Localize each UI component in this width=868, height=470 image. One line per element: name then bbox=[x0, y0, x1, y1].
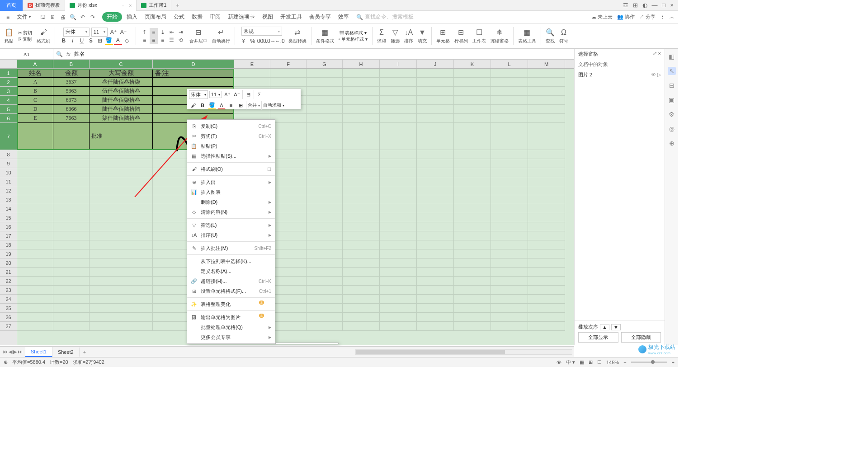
side-select-icon[interactable]: ↖ bbox=[668, 67, 676, 75]
cell[interactable] bbox=[491, 286, 528, 295]
underline-button[interactable]: U bbox=[78, 37, 86, 45]
cell[interactable] bbox=[17, 195, 53, 204]
type-convert-button[interactable]: ⇄类型转换 bbox=[287, 27, 308, 45]
side-icon-3[interactable]: ⊟ bbox=[668, 81, 676, 89]
cell[interactable] bbox=[528, 268, 565, 277]
cell[interactable] bbox=[417, 204, 454, 213]
cell[interactable] bbox=[53, 286, 90, 295]
tab-close-icon[interactable]: × bbox=[129, 3, 132, 8]
cell[interactable] bbox=[53, 159, 90, 168]
cell[interactable] bbox=[53, 213, 90, 222]
side-icon-5[interactable]: ⚙ bbox=[668, 110, 676, 118]
side-icon-6[interactable]: ◎ bbox=[668, 125, 676, 133]
cell[interactable] bbox=[528, 204, 565, 213]
cell-button[interactable]: ⊞单元格 bbox=[434, 27, 452, 45]
cell[interactable] bbox=[307, 123, 343, 150]
cell[interactable] bbox=[528, 159, 565, 168]
cell[interactable] bbox=[343, 313, 380, 322]
row-header[interactable]: 3 bbox=[0, 87, 17, 96]
cell[interactable]: 6373 bbox=[53, 96, 90, 105]
cell[interactable] bbox=[53, 313, 90, 322]
row-header[interactable]: 6 bbox=[0, 114, 17, 123]
tab-layout[interactable]: 页面布局 bbox=[142, 12, 169, 22]
cell[interactable] bbox=[417, 231, 454, 240]
cell[interactable] bbox=[491, 268, 528, 277]
cell[interactable] bbox=[528, 286, 565, 295]
tab-vip[interactable]: 会员专享 bbox=[307, 12, 334, 22]
font-size-select[interactable]: 11▾ bbox=[91, 28, 108, 37]
print-icon[interactable]: 🖨 bbox=[60, 14, 66, 20]
cell[interactable] bbox=[270, 123, 307, 150]
cell[interactable] bbox=[491, 295, 528, 304]
reading-layout-icon[interactable]: ☲ bbox=[623, 2, 628, 9]
cell[interactable] bbox=[270, 295, 307, 304]
row-header[interactable]: 8 bbox=[0, 150, 17, 159]
cell[interactable] bbox=[307, 258, 343, 268]
menu-icon[interactable]: ≡ bbox=[4, 13, 12, 21]
cell[interactable] bbox=[491, 322, 528, 331]
cell[interactable] bbox=[90, 295, 153, 304]
tab-view[interactable]: 视图 bbox=[259, 12, 276, 22]
cell[interactable] bbox=[380, 186, 417, 195]
find-button[interactable]: 🔍查找 bbox=[544, 27, 557, 45]
cell[interactable] bbox=[17, 295, 53, 304]
cell[interactable]: 柒仟陆佰陆拾叁 bbox=[90, 114, 153, 123]
mini-fontcolor-icon[interactable]: A bbox=[217, 101, 226, 109]
cell[interactable] bbox=[343, 322, 380, 331]
cell[interactable] bbox=[17, 304, 53, 313]
bring-forward-button[interactable]: ▲ bbox=[600, 324, 609, 330]
save-icon[interactable]: 🖫 bbox=[40, 14, 46, 20]
save-as-icon[interactable]: 🗎 bbox=[50, 14, 56, 20]
cell[interactable] bbox=[380, 78, 417, 87]
ctx-item[interactable]: 批量处理单元格(Q)▶ bbox=[187, 322, 275, 332]
cell[interactable]: 备注 bbox=[153, 69, 234, 78]
cell[interactable] bbox=[307, 78, 343, 87]
cell[interactable] bbox=[528, 213, 565, 222]
col-header[interactable]: J bbox=[417, 60, 454, 68]
cell[interactable]: 叁仟陆佰叁拾柒 bbox=[90, 78, 153, 87]
cell[interactable] bbox=[17, 268, 53, 277]
sheet-add-button[interactable]: + bbox=[80, 349, 90, 355]
indent-inc-icon[interactable]: ⇥ bbox=[177, 28, 185, 36]
ctx-item[interactable]: ⊞设置单元格格式(F)...Ctrl+1 bbox=[187, 286, 275, 296]
cell[interactable] bbox=[90, 268, 153, 277]
cell[interactable] bbox=[528, 87, 565, 96]
cell[interactable] bbox=[454, 96, 491, 105]
align-center-icon[interactable]: ≡ bbox=[150, 36, 158, 44]
ctx-item[interactable]: ◇清除内容(N)▶ bbox=[187, 207, 275, 217]
cell[interactable] bbox=[454, 222, 491, 231]
cell[interactable] bbox=[307, 159, 343, 168]
row-header[interactable]: 23 bbox=[0, 286, 17, 295]
row-header[interactable]: 17 bbox=[0, 231, 17, 240]
cell[interactable] bbox=[380, 123, 417, 150]
cell[interactable] bbox=[343, 258, 380, 268]
close-icon[interactable]: × bbox=[670, 2, 674, 9]
cell[interactable] bbox=[528, 105, 565, 114]
cell[interactable] bbox=[491, 69, 528, 78]
side-icon-7[interactable]: ⊕ bbox=[668, 139, 676, 147]
align-left-icon[interactable]: ≡ bbox=[141, 36, 149, 44]
cell[interactable] bbox=[417, 195, 454, 204]
col-header[interactable]: M bbox=[528, 60, 565, 68]
ctx-item[interactable]: ⎘复制(C)Ctrl+C bbox=[187, 121, 275, 131]
rowcol-button[interactable]: ⊟行和列 bbox=[453, 27, 470, 45]
cell[interactable] bbox=[53, 249, 90, 258]
cell[interactable] bbox=[17, 222, 53, 231]
cell[interactable] bbox=[491, 240, 528, 249]
cell[interactable] bbox=[90, 277, 153, 286]
cell[interactable] bbox=[307, 240, 343, 249]
cell[interactable] bbox=[417, 177, 454, 186]
cell[interactable] bbox=[343, 159, 380, 168]
strike-button[interactable]: S̶ bbox=[87, 37, 95, 45]
paste-button[interactable]: 📋粘贴 bbox=[3, 27, 15, 45]
cell[interactable]: 批准 bbox=[90, 123, 153, 150]
mini-font-select[interactable]: 宋体▾ bbox=[189, 90, 208, 99]
cell[interactable] bbox=[17, 213, 53, 222]
search-icon[interactable]: 🔍 bbox=[356, 14, 363, 20]
cell[interactable] bbox=[528, 295, 565, 304]
show-all-button[interactable]: 全部显示 bbox=[578, 332, 618, 343]
cell[interactable] bbox=[53, 277, 90, 286]
cell[interactable] bbox=[90, 204, 153, 213]
pane-pin-icon[interactable]: ⤢ bbox=[653, 51, 657, 56]
cell[interactable] bbox=[454, 295, 491, 304]
